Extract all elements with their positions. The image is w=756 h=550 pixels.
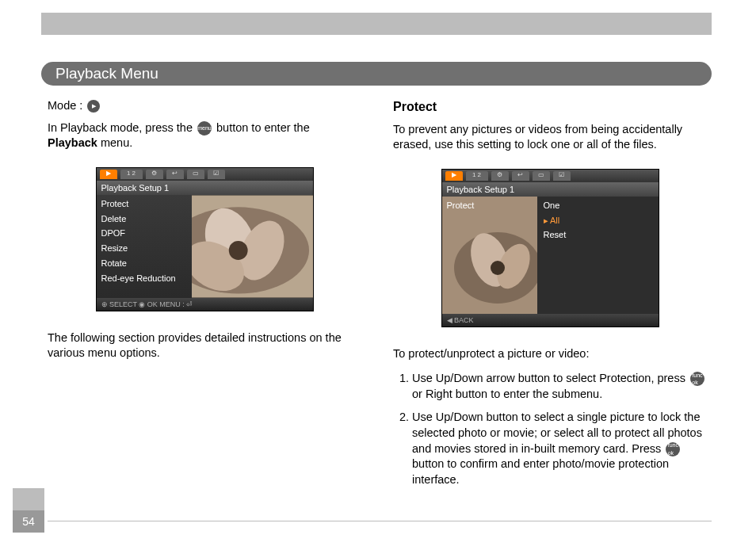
ss2-tab-12: 1 2 [466, 171, 488, 181]
ss1-tabbar: ▶ 1 2 ⚙ ↩ ▭ ☑ [97, 168, 313, 181]
steps-intro: To protect/unprotect a picture or video: [393, 346, 707, 362]
ss2-opt-all: All [537, 213, 659, 228]
ss2-tab-undo-icon: ↩ [512, 171, 529, 181]
protect-intro: To prevent any pictures or videos from b… [393, 122, 707, 153]
ss2-tab-check-icon: ☑ [553, 171, 571, 181]
content-columns: Mode : ▶ In Playback mode, press the men… [48, 98, 707, 495]
ss2-tab-play-icon: ▶ [445, 171, 463, 181]
ss1-title: Playback Setup 1 [97, 181, 313, 195]
ss1-item-resize: Resize [97, 241, 192, 256]
ss2-footer: ◀ BACK [442, 314, 659, 327]
ss1-item-delete: Delete [97, 212, 192, 227]
ss1-tab-play-icon: ▶ [100, 170, 117, 179]
ss1-item-rotate: Rotate [97, 256, 192, 271]
ss1-tab-frame-icon: ▭ [187, 170, 204, 179]
ss1-menulist: Protect Delete DPOF Resize Rotate Red-ey… [97, 195, 192, 298]
func-ok-button-icon-2: funcok [666, 442, 680, 456]
ss1-body: Protect Delete DPOF Resize Rotate Red-ey… [97, 195, 313, 298]
ss1-item-protect: Protect [97, 197, 192, 212]
page-margin-block [13, 488, 44, 510]
ss1-tab-gear-icon: ⚙ [146, 170, 163, 179]
step-1: Use Up/Down arrow button to select Prote… [412, 371, 707, 402]
ss1-footer: ⊕ SELECT ◉ OK MENU : ⏎ [97, 298, 313, 311]
steps-list: Use Up/Down arrow button to select Prote… [393, 371, 707, 487]
ss1-tab-12: 1 2 [120, 170, 143, 179]
left-column: Mode : ▶ In Playback mode, press the men… [48, 98, 361, 495]
intro-paragraph: In Playback mode, press the menu button … [48, 120, 361, 151]
ss1-item-redeye: Red-eye Reduction [97, 271, 192, 286]
intro-pre: In Playback mode, press the [48, 121, 196, 134]
ss2-flower-bg [442, 197, 537, 314]
playback-mode-icon: ▶ [87, 100, 100, 113]
page-number: 54 [22, 515, 35, 528]
svg-point-5 [228, 241, 247, 260]
ss2-opt-one: One [537, 198, 659, 213]
ss2-tab-frame-icon: ▭ [533, 171, 550, 181]
intro-mid: button to enter the [213, 121, 310, 134]
ss2-opt-reset: Reset [537, 227, 659, 243]
intro-post: menu. [97, 136, 132, 149]
ss1-tab-undo-icon: ↩ [166, 170, 184, 179]
mode-row: Mode : ▶ [48, 98, 361, 114]
step1-b: or Right button to enter the submenu. [412, 388, 602, 400]
ss2-tabbar: ▶ 1 2 ⚙ ↩ ▭ ☑ [442, 170, 659, 182]
menu-button-icon: menu [197, 121, 212, 136]
ss2-title: Playback Setup 1 [442, 182, 659, 197]
page-number-badge: 54 [13, 510, 44, 533]
section-title: Playback Menu [55, 65, 158, 82]
ss2-tab-gear-icon: ⚙ [491, 171, 509, 181]
protect-heading: Protect [393, 98, 707, 116]
right-column: Protect To prevent any pictures or video… [393, 98, 707, 495]
followup-paragraph: The following section provides detailed … [48, 330, 361, 361]
svg-point-10 [491, 261, 505, 275]
ss1-tab-check-icon: ☑ [208, 170, 225, 179]
ss2-left-pane: Protect [442, 197, 537, 314]
camera-screenshot-playback-menu: ▶ 1 2 ⚙ ↩ ▭ ☑ Playback Setup 1 [96, 167, 314, 311]
step-2: Use Up/Down button to select a single pi… [412, 410, 707, 487]
func-ok-button-icon: funcok [690, 372, 704, 386]
intro-bold: Playback [48, 136, 97, 149]
bottom-rule [48, 521, 712, 521]
step2-a: Use Up/Down button to select a single pi… [412, 411, 702, 454]
section-header: Playback Menu [41, 62, 712, 86]
camera-screenshot-protect-submenu: ▶ 1 2 ⚙ ↩ ▭ ☑ Playback Setup 1 [441, 169, 659, 327]
ss1-item-dpof: DPOF [97, 226, 192, 241]
ss2-options: One All Reset [537, 197, 659, 314]
ss2-body: Protect One All Reset [442, 197, 659, 314]
mode-label: Mode : [48, 98, 82, 114]
ss2-left-label: Protect [447, 200, 475, 212]
step1-a: Use Up/Down arrow button to select Prote… [412, 372, 689, 384]
top-grey-bar [41, 13, 712, 35]
step2-b: button to confirm and enter photo/movie … [412, 457, 669, 486]
